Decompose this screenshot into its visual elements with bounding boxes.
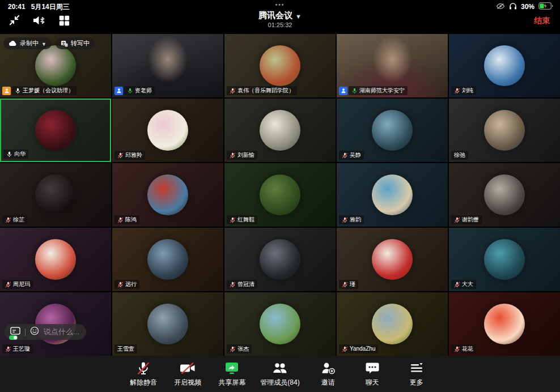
participant-tile[interactable]: 远行 <box>112 228 223 291</box>
name-label-row: 曾冠清 <box>227 280 257 289</box>
mic-icon <box>230 88 236 94</box>
tool-label: 管理成员(84) <box>260 378 299 387</box>
participant-tile[interactable]: 雅韵 <box>337 163 448 227</box>
participant-tile[interactable]: 张杰 <box>224 292 336 356</box>
avatar <box>372 239 413 280</box>
share-screen-button[interactable]: 共享屏幕 <box>216 360 248 387</box>
participant-tile[interactable]: 瑾 <box>337 228 448 291</box>
avatar <box>484 110 525 151</box>
name-label-row: 花花 <box>451 344 476 353</box>
participant-tile[interactable]: 向华 <box>0 99 111 162</box>
participant-name: 吴静 <box>350 152 361 159</box>
participant-tile[interactable]: 王雪萱 <box>112 292 223 356</box>
bottom-toolbar: 解除静音 开启视频 共享屏幕 管理成员(84) 邀请 聊天 更多 <box>0 356 560 392</box>
participant-name: 大大 <box>462 281 473 288</box>
avatar <box>372 304 413 344</box>
participant-name: 刘纯 <box>462 87 473 94</box>
participant-tile[interactable]: 徐芷 <box>0 163 111 227</box>
recording-badge[interactable]: 录制中▼ <box>3 37 52 49</box>
emoji-icon[interactable] <box>30 326 39 338</box>
transcribing-badge[interactable]: 文转写中 <box>56 37 95 49</box>
participant-tile[interactable]: 大大 <box>449 228 560 291</box>
participant-name: 邱雅羚 <box>125 152 142 159</box>
participant-name: 红舞鞋 <box>237 216 254 223</box>
mic-icon <box>5 282 11 288</box>
participant-tile[interactable]: 徐弛 <box>449 99 560 162</box>
chevron-down-icon: ▼ <box>295 13 302 20</box>
participant-tile[interactable]: 录制中▼文转写中 王梦媛（会议助理） <box>0 34 111 97</box>
subtitle-toggle-on[interactable] <box>9 335 18 340</box>
name-pill: 花花 <box>451 344 476 353</box>
participant-name: 陈鸿 <box>125 216 137 223</box>
participant-name: 湖南师范大学安宁 <box>359 87 405 94</box>
speaker-bluetooth-icon[interactable] <box>32 14 46 27</box>
participant-tile[interactable]: 陈鸿 <box>112 163 223 227</box>
unmute-button[interactable]: 解除静音 <box>128 360 159 387</box>
mic-icon <box>5 346 11 352</box>
participant-name: 谢韵蕾 <box>462 216 479 223</box>
participant-name: 资老师 <box>135 87 152 94</box>
participant-tile[interactable]: 周尼玛 <box>0 228 111 291</box>
chat-button[interactable]: 聊天 <box>357 360 388 387</box>
camera-off-icon <box>179 360 196 376</box>
participant-name: 瑾 <box>350 281 355 288</box>
name-pill: 谢韵蕾 <box>451 215 482 224</box>
name-pill: 资老师 <box>124 86 155 95</box>
chat-input-placeholder[interactable]: 说点什么... <box>44 327 79 337</box>
avatar <box>260 174 300 215</box>
end-meeting-button[interactable]: 结束 <box>534 16 550 26</box>
name-label-row: 王梦媛（会议助理） <box>2 86 77 95</box>
participant-tile[interactable]: 刘新愉 <box>224 99 336 162</box>
participant-tile[interactable]: 湖南师范大学安宁 <box>337 34 448 97</box>
manage-members-button[interactable]: 管理成员(84) <box>260 360 299 387</box>
participant-tile[interactable]: 邱雅羚 <box>112 99 223 162</box>
start-video-button[interactable]: 开启视频 <box>172 360 203 387</box>
meeting-title[interactable]: 腾讯会议 ▼ <box>258 10 302 21</box>
name-label-row: 徐芷 <box>2 215 27 224</box>
participant-tile[interactable]: 刘纯 <box>449 34 560 97</box>
chevron-down-icon: ▼ <box>41 41 46 47</box>
tool-label: 开启视频 <box>174 378 201 387</box>
participant-name: 刘新愉 <box>237 152 254 159</box>
avatar <box>484 45 525 86</box>
participant-tile[interactable]: 袁伟（音乐舞蹈学院） <box>224 34 336 97</box>
mic-icon <box>342 346 348 352</box>
name-pill: 刘新愉 <box>227 151 257 160</box>
name-pill: 吴静 <box>339 151 364 160</box>
avatar <box>35 45 76 86</box>
name-label-row: 张杰 <box>227 344 252 353</box>
avatar <box>147 110 188 151</box>
clock-date: 5月14日周三 <box>31 2 70 12</box>
name-label-row: 资老师 <box>114 86 155 95</box>
mic-icon <box>15 88 21 94</box>
minimize-icon[interactable] <box>8 14 21 27</box>
avatar <box>372 110 413 151</box>
subtitle-bubble-icon[interactable] <box>10 327 20 337</box>
participant-tile[interactable]: YandaZhu <box>337 292 448 356</box>
name-label-row: 王雪萱 <box>114 344 137 353</box>
avatar <box>260 110 300 151</box>
participant-tile[interactable]: 花花 <box>449 292 560 356</box>
avatar <box>372 174 413 215</box>
name-pill: YandaZhu <box>339 344 378 353</box>
name-pill: 邱雅羚 <box>114 151 145 160</box>
name-pill: 周尼玛 <box>2 280 33 289</box>
participant-tile[interactable]: 红舞鞋 <box>224 163 336 227</box>
mic-icon <box>230 346 236 352</box>
transcribing-label: 转写中 <box>71 39 90 48</box>
name-pill: 袁伟（音乐舞蹈学院） <box>227 86 297 95</box>
participant-tile[interactable]: 吴静 <box>337 99 448 162</box>
chat-quick-input[interactable]: 说点什么... <box>5 324 86 340</box>
layout-grid-icon[interactable] <box>58 14 70 27</box>
avatar <box>484 239 525 280</box>
mic-icon <box>342 152 348 159</box>
cohost-badge-icon <box>339 87 347 95</box>
host-badge-icon <box>2 87 11 95</box>
participant-tile[interactable]: 资老师 <box>112 34 223 97</box>
participant-name: 雅韵 <box>350 216 361 223</box>
more-button[interactable]: 更多 <box>401 360 432 387</box>
participant-tile[interactable]: 曾冠清 <box>224 228 336 291</box>
participant-tile[interactable]: 谢韵蕾 <box>449 163 560 227</box>
mic-icon <box>454 282 460 288</box>
invite-button[interactable]: 邀请 <box>312 360 344 387</box>
